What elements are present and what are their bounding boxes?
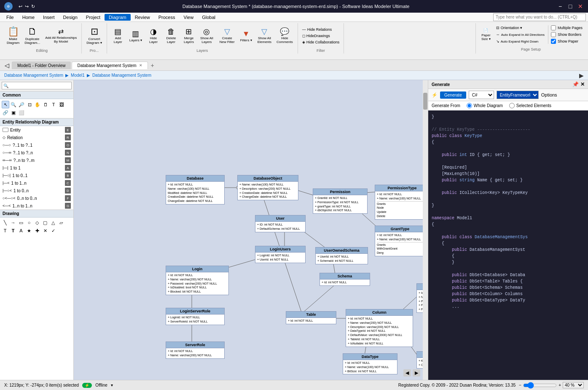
draw-cross[interactable]: ✕ xyxy=(41,227,49,234)
erd-1nto1n[interactable]: <—< 1..n to 1..n G xyxy=(0,202,73,210)
win-max-button[interactable]: □ xyxy=(567,3,574,10)
erd-1to0n[interactable]: |—○< 1 to 0..n D xyxy=(0,187,73,194)
fit-tool[interactable]: ⊡ xyxy=(26,101,33,108)
table-Permission[interactable]: Permission + GrantId: int NOT NULL + Per… xyxy=(313,188,368,214)
menu-home[interactable]: Home xyxy=(18,14,39,21)
text-tool[interactable]: T xyxy=(50,101,57,108)
menu-process[interactable]: Process xyxy=(154,14,180,21)
make-diagram-button[interactable]: 📋 MakeDiagram xyxy=(5,24,21,48)
table-Schema[interactable]: Schema + Id: int NOT NULL xyxy=(320,273,370,286)
menu-review[interactable]: Review xyxy=(131,14,154,21)
table-DatabaseObject[interactable]: DatabaseObject + Name: varchar(100) NOT … xyxy=(237,175,298,200)
show-paper-checkbox[interactable] xyxy=(551,39,556,44)
table-UserOwnedSchema[interactable]: UserOwnedSchema + UserId: int NOT NULL +… xyxy=(315,247,368,264)
show-paper-checkbox-label[interactable]: Show Paper xyxy=(551,39,583,44)
nav-back-icon[interactable]: ◁ xyxy=(2,62,12,69)
panel-close-icon[interactable]: ✕ xyxy=(580,81,585,87)
draw-rect[interactable]: ▭ xyxy=(17,219,25,226)
hide-comments-button[interactable]: 💬 HideComments xyxy=(274,24,295,48)
draw-circle[interactable]: ○ xyxy=(25,219,33,226)
table-PermissionType[interactable]: PermissionType + Id: int NOT NULL + Name… xyxy=(375,185,428,220)
breadcrumb-part-2[interactable]: Model1 xyxy=(71,73,85,78)
table-Database[interactable]: Database + Id: int NOT NULL Name: varcha… xyxy=(166,175,225,204)
selected-elements-radio[interactable] xyxy=(509,103,515,108)
draw-rounded-rect[interactable]: ▢ xyxy=(41,219,49,226)
zoom-select[interactable]: 40 % 50 % 75 % 100 % xyxy=(563,382,584,388)
dropdown-arrow[interactable]: ▾ xyxy=(111,383,113,387)
delete-layer-button[interactable]: 🗑 DeleteLayer xyxy=(163,24,180,48)
whole-diagram-radio-label[interactable]: Whole Diagram xyxy=(467,103,503,108)
zoom-slider[interactable] xyxy=(523,382,557,389)
generate-button[interactable]: Generate xyxy=(440,91,466,99)
filters-button[interactable]: ▼ Filters ▾ xyxy=(238,24,255,48)
whole-diagram-radio[interactable] xyxy=(467,103,472,108)
draw-star[interactable]: ★ xyxy=(25,227,33,234)
table-LoginServerRole[interactable]: LoginServerRole + LoginId: int NOT NULL … xyxy=(166,308,225,325)
language-select[interactable]: C# Java Python SQL xyxy=(469,91,494,99)
erd-1to1-opt[interactable]: ○—○ ?..1 to ?..1 O xyxy=(0,141,73,149)
duplicate-diagram-button[interactable]: 🗋 DuplicateDiagram... xyxy=(22,24,42,48)
breadcrumb-part-1[interactable]: Database Management System xyxy=(4,73,63,78)
layers-button[interactable]: ▥ Layers ▾ xyxy=(127,24,144,48)
menu-view[interactable]: View xyxy=(180,14,198,21)
paper-size-button[interactable]: 📄 PaperSize ▾ xyxy=(479,27,493,42)
note-tool[interactable]: 🗒 xyxy=(42,101,49,108)
draw-check[interactable]: ✓ xyxy=(49,227,57,234)
zoom-in-btn[interactable]: + xyxy=(558,383,561,387)
sidebar-search-input[interactable] xyxy=(2,82,72,89)
table-Column[interactable]: Column + Id: int NOT NULL + Name: varcha… xyxy=(346,309,413,347)
table-Login[interactable]: Login + Id: int NOT NULL + Name: varchar… xyxy=(166,266,229,295)
draw-bold-t[interactable]: T xyxy=(9,227,17,234)
auto-expand-right-button[interactable]: ↘ Auto Expand Right Down xyxy=(494,38,546,44)
menu-diagram[interactable]: Diagram xyxy=(105,14,131,21)
quick-access-3[interactable]: ↻ xyxy=(31,4,35,9)
table-LoginUsers[interactable]: LoginUsers + LoginId: int NOT NULL + Use… xyxy=(255,246,306,263)
erd-0nto0n[interactable]: ○<—○< 0..n to 0..n F xyxy=(0,194,73,202)
tab-database-management[interactable]: Database Management System ✕ xyxy=(72,62,148,69)
table-User[interactable]: User + ID: int NOT NULL + DefaultSchema:… xyxy=(255,215,306,232)
menu-project[interactable]: Project xyxy=(82,14,105,21)
quick-access-2[interactable]: ↪ xyxy=(25,4,29,9)
draw-plus[interactable]: ✚ xyxy=(33,227,41,234)
erd-1to1[interactable]: |—| 1 to 1 A xyxy=(0,164,73,172)
win-min-button[interactable]: − xyxy=(557,3,564,10)
frame-tool[interactable]: ⬜ xyxy=(18,109,25,116)
convert-diagram-button[interactable]: ⊡ ConvertDiagram ▾ xyxy=(84,24,104,48)
orientation-button[interactable]: ⊟ Orientation ▾ xyxy=(494,25,546,31)
erd-1ton-opt[interactable]: ○—∞ ?..1 to ?..n N xyxy=(0,149,73,156)
select-tool[interactable]: ↖ xyxy=(2,101,9,108)
draw-arrow[interactable]: → xyxy=(9,219,17,226)
multiple-pages-checkbox-label[interactable]: Multiple Pages xyxy=(551,25,583,30)
hide-drawings-button[interactable]: ◻ HideDrawings xyxy=(301,33,341,39)
search-input[interactable] xyxy=(493,13,586,21)
show-all-elements-button[interactable]: ▽ Show AllElements xyxy=(255,24,274,48)
tab-folder-overview[interactable]: Model1 - Folder Overview xyxy=(12,62,71,69)
win-close-button[interactable]: ✕ xyxy=(577,3,584,10)
hide-layer-button[interactable]: ◑ HideLayer xyxy=(145,24,162,48)
show-all-layers-button[interactable]: ◎ Show AllLayers xyxy=(198,24,215,48)
selected-elements-radio-label[interactable]: Selected Elements xyxy=(509,103,551,108)
add-all-relationships-button[interactable]: ⇄ Add All RelationshipsBy Model xyxy=(43,24,79,48)
draw-line[interactable]: ╲ xyxy=(1,219,9,226)
vertical-scrollbar[interactable] xyxy=(423,80,428,380)
framework-select[interactable]: EntityFramework Dapper NHibernate xyxy=(497,91,539,99)
create-new-filter-button[interactable]: ▽ CreateNew Filter xyxy=(217,24,237,48)
hand-tool[interactable]: ✋ xyxy=(34,101,41,108)
erd-1to1n[interactable]: |—< 1 to 1..n C xyxy=(0,179,73,187)
zoom-out-btn[interactable]: − xyxy=(519,383,521,387)
canvas-left[interactable]: ◀ xyxy=(403,369,411,377)
table-GrantType[interactable]: GrantType + Id: int NOT NULL + Name: var… xyxy=(375,226,425,256)
zoom-out-tool[interactable]: 🔎 xyxy=(18,101,25,108)
merge-layers-button[interactable]: ⊞ MergeLayers xyxy=(180,24,197,48)
table-DataType[interactable]: DataType + Id: int NOT NULL + Name: varc… xyxy=(343,353,397,374)
add-layer-button[interactable]: ▤ AddLayer xyxy=(110,24,126,48)
menu-insert[interactable]: Insert xyxy=(39,14,59,21)
show-borders-checkbox[interactable] xyxy=(551,32,556,37)
image-tool[interactable]: 🖼 xyxy=(58,101,65,108)
panel-pin-icon[interactable]: 📌 xyxy=(572,81,579,87)
diagram-canvas[interactable]: Database + Id: int NOT NULL Name: varcha… xyxy=(74,80,428,380)
draw-triangle[interactable]: △ xyxy=(49,219,57,226)
table-Table[interactable]: Table + Id: int NOT NULL xyxy=(286,311,336,324)
auto-expand-all-button[interactable]: ↔ Auto Expand In All Directions xyxy=(494,32,546,38)
table-ServerRole[interactable]: ServerRole + Id: int NOT NULL + Name: va… xyxy=(166,342,225,359)
